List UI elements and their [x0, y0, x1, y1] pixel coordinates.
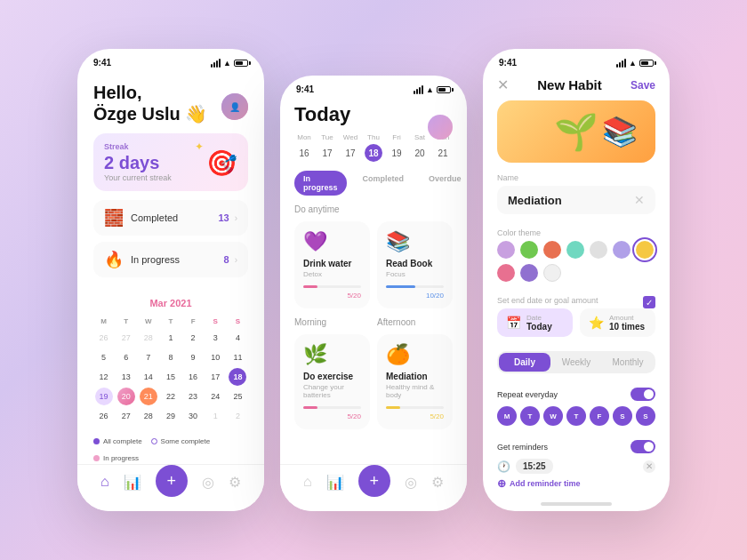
calendar-day[interactable]: 28	[140, 329, 157, 347]
settings-nav-icon[interactable]: ⚙	[229, 474, 241, 497]
calendar-day[interactable]: 12	[95, 368, 113, 386]
calendar-day[interactable]: 10	[206, 348, 224, 366]
week-day-sat[interactable]: Sat 20	[410, 133, 430, 162]
location-nav-icon[interactable]: ◎	[202, 474, 214, 497]
week-day-tue[interactable]: Tue 17	[317, 133, 337, 162]
calendar-day[interactable]: 14	[140, 368, 157, 386]
calendar-today[interactable]: 18	[229, 368, 246, 386]
tab-overdue[interactable]: Overdue	[420, 171, 467, 196]
add-button-2[interactable]: +	[358, 465, 390, 497]
repeat-toggle[interactable]	[631, 388, 655, 401]
clear-name-icon[interactable]: ✕	[634, 193, 645, 207]
calendar-day[interactable]: 1	[162, 329, 180, 347]
calendar-day[interactable]: 4	[229, 329, 246, 347]
battery-icon	[234, 60, 248, 67]
calendar-day[interactable]: 17	[206, 368, 224, 386]
tab-monthly[interactable]: Monthly	[602, 353, 654, 372]
calendar-day[interactable]: 26	[95, 407, 113, 425]
calendar-day[interactable]: 28	[140, 407, 157, 425]
day-sun[interactable]: S	[636, 406, 655, 426]
calendar-day[interactable]: 29	[162, 407, 180, 425]
target-icon: 🎯	[206, 148, 237, 177]
calendar-day[interactable]: 16	[184, 368, 202, 386]
tab-in-progress[interactable]: In progress	[294, 171, 347, 196]
day-fri[interactable]: F	[590, 406, 609, 426]
remove-reminder-button[interactable]: ✕	[643, 460, 655, 473]
reminders-toggle[interactable]	[631, 440, 655, 453]
color-swatch-orange[interactable]	[543, 241, 561, 259]
close-button[interactable]: ✕	[497, 76, 509, 93]
calendar-day[interactable]: 8	[162, 348, 180, 366]
name-field[interactable]: Mediation ✕	[497, 186, 655, 214]
calendar-day[interactable]: 9	[184, 348, 202, 366]
day-tue[interactable]: T	[520, 406, 540, 426]
week-day-mon[interactable]: Mon 16	[294, 133, 314, 162]
chart-nav-icon[interactable]: 📊	[124, 474, 141, 497]
calendar-day[interactable]: 30	[184, 407, 202, 425]
chart-nav-icon-2[interactable]: 📊	[326, 474, 344, 497]
calendar-day[interactable]: 15	[162, 368, 180, 386]
color-swatch-teal[interactable]	[566, 241, 584, 259]
tab-completed[interactable]: Completed	[354, 171, 414, 196]
goal-checkbox[interactable]: ✓	[643, 296, 655, 308]
day-sat[interactable]: S	[613, 406, 632, 426]
color-swatch-green[interactable]	[520, 241, 538, 259]
amount-label: Amount	[609, 314, 645, 322]
calendar-day[interactable]: 25	[229, 388, 246, 405]
completed-count: 13	[218, 212, 229, 223]
exercise-card[interactable]: 🌿 Do exercise Change your batteries 5/20	[294, 334, 370, 429]
calendar-day[interactable]: 22	[162, 388, 180, 405]
calendar-day[interactable]: 2	[184, 329, 202, 347]
calendar-day[interactable]: 20	[117, 388, 135, 405]
status-icons-1: ▲	[211, 59, 248, 68]
mediation-card[interactable]: 🍊 Mediation Healthy mind & body 5/20	[377, 334, 453, 429]
week-day-wed[interactable]: Wed 17	[341, 133, 360, 162]
settings-nav-icon-2[interactable]: ⚙	[431, 474, 444, 497]
calendar-day[interactable]: 13	[117, 368, 135, 386]
color-swatch-white[interactable]	[543, 264, 561, 282]
calendar-day[interactable]: 24	[206, 388, 224, 405]
drink-water-card[interactable]: 💜 Drink water Detox 5/20	[294, 221, 370, 308]
calendar-day[interactable]: 27	[117, 407, 135, 425]
tab-weekly[interactable]: Weekly	[550, 353, 602, 372]
calendar-day[interactable]: 19	[95, 388, 113, 405]
day-mon[interactable]: M	[497, 406, 517, 426]
color-swatch-lavender[interactable]	[613, 241, 631, 259]
color-swatch-yellow[interactable]	[636, 241, 654, 259]
date-card[interactable]: 📅 Date Today	[497, 308, 573, 337]
completed-row[interactable]: 🧱 Completed 13 ›	[93, 200, 248, 236]
tab-daily[interactable]: Daily	[499, 353, 550, 372]
calendar-day[interactable]: 5	[95, 348, 113, 366]
read-book-card[interactable]: 📚 Read Book Focus 10/20	[377, 221, 453, 308]
day-thu[interactable]: T	[566, 406, 586, 426]
calendar-day[interactable]: 6	[117, 348, 135, 366]
reminder-time[interactable]: 15:25	[516, 459, 553, 474]
home-nav-icon-2[interactable]: ⌂	[303, 474, 312, 497]
add-reminder-button[interactable]: ⊕ Add reminder time	[497, 477, 655, 490]
calendar-day[interactable]: 1	[206, 407, 224, 425]
calendar-day[interactable]: 7	[140, 348, 157, 366]
calendar-day[interactable]: 11	[229, 348, 246, 366]
calendar-day[interactable]: 2	[229, 407, 246, 425]
day-wed[interactable]: W	[543, 406, 563, 426]
save-button[interactable]: Save	[631, 79, 655, 92]
calendar-day[interactable]: 23	[184, 388, 202, 405]
calendar-day[interactable]: 3	[206, 329, 224, 347]
exercise-label: 5/20	[303, 412, 361, 420]
week-day-thu[interactable]: Thu 18	[364, 133, 383, 162]
location-nav-icon-2[interactable]: ◎	[405, 474, 417, 497]
color-swatch-gray[interactable]	[590, 241, 607, 259]
amount-card[interactable]: ⭐ Amount 10 times	[580, 308, 655, 337]
calendar-day[interactable]: 21	[140, 388, 157, 405]
add-habit-button[interactable]: +	[156, 465, 188, 497]
home-nav-icon[interactable]: ⌂	[100, 474, 109, 497]
calendar-day[interactable]: 26	[95, 329, 113, 347]
color-swatch-purple[interactable]	[497, 241, 515, 259]
in-progress-row[interactable]: 🔥 In progress 8 ›	[93, 242, 248, 277]
color-swatch-pink[interactable]	[497, 264, 515, 282]
calendar-section: Mar 2021 M T W T F S S 26 27 28 1 2 3 4 …	[77, 291, 264, 432]
week-day-fri[interactable]: Fri 19	[387, 133, 406, 162]
color-swatch-violet[interactable]	[520, 264, 538, 282]
battery-icon-2	[437, 86, 451, 93]
calendar-day[interactable]: 27	[117, 329, 135, 347]
